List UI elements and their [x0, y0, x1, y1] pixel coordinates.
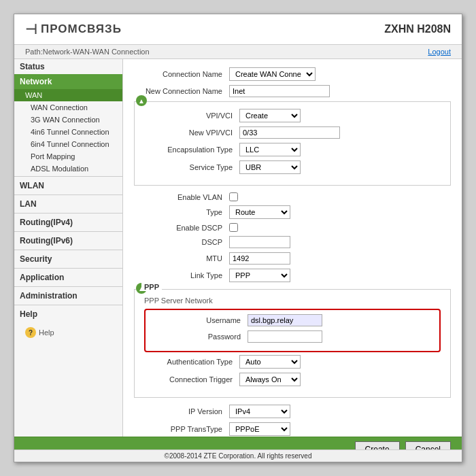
username-row: Username	[152, 314, 432, 326]
vpi-row: VPI/VCI Create	[144, 109, 441, 122]
ppp-trans-label: PPP TransType	[134, 425, 229, 433]
enable-dscp-row: Enable DSCP	[134, 223, 451, 232]
enable-vlan-checkbox[interactable]	[229, 192, 238, 201]
service-label: Service Type	[144, 163, 239, 171]
auth-type-label: Authentication Type	[144, 358, 239, 366]
type-select[interactable]: Route	[229, 205, 290, 219]
mtu-input[interactable]	[229, 252, 290, 265]
password-row: Password	[152, 330, 432, 343]
mtu-row: MTU	[134, 252, 451, 265]
sidebar-item-security[interactable]: Security	[14, 252, 122, 267]
logout-link[interactable]: Logout	[428, 48, 451, 56]
conn-trigger-select[interactable]: Always On	[239, 373, 301, 386]
link-type-row: Link Type PPP	[134, 269, 451, 282]
vpi-collapse-btn[interactable]: ▲	[136, 95, 147, 106]
ip-version-row: IP Version IPv4	[134, 405, 451, 418]
sidebar-item-port-mapping[interactable]: Port Mapping	[14, 150, 122, 163]
link-type-label: Link Type	[134, 271, 229, 279]
password-label: Password	[152, 333, 248, 341]
new-connection-name-row: New Connection Name	[134, 85, 451, 97]
footer-area: Create Cancel ©2008-2014 ZTE Corporation…	[14, 437, 462, 462]
dscp-label: DSCP	[134, 238, 229, 246]
device-name: ZXHN H208N	[384, 23, 451, 35]
help-row[interactable]: ? Help	[20, 324, 117, 341]
enable-vlan-row: Enable VLAN	[134, 192, 451, 201]
sidebar-item-wan[interactable]: WAN	[14, 89, 122, 101]
connection-name-select[interactable]: Create WAN Conne	[229, 67, 316, 81]
type-label: Type	[134, 208, 229, 216]
new-connection-name-label: New Connection Name	[134, 87, 229, 95]
dscp-input[interactable]	[229, 236, 290, 248]
sidebar-item-application[interactable]: Application	[14, 270, 122, 285]
sidebar-item-lan[interactable]: LAN	[14, 197, 122, 211]
breadcrumb: Path:Network-WAN-WAN Connection	[25, 48, 150, 56]
new-vpi-input[interactable]	[239, 126, 340, 139]
enable-dscp-label: Enable DSCP	[134, 224, 229, 232]
sidebar: Status Network WAN WAN Connection 3G WAN…	[14, 59, 123, 437]
logo-text: ПРОМСВЯЗЬ	[41, 22, 122, 36]
nav-bar: Path:Network-WAN-WAN Connection Logout	[14, 45, 462, 59]
mtu-label: MTU	[134, 254, 229, 262]
auth-type-row: Authentication Type Auto	[144, 355, 441, 369]
vpi-select[interactable]: Create	[239, 109, 301, 122]
header: ⊣ ПРОМСВЯЗЬ ZXHN H208N	[14, 14, 462, 45]
username-label: Username	[152, 316, 248, 324]
sidebar-item-routing-ipv4[interactable]: Routing(IPv4)	[14, 215, 122, 230]
ppp-sub-row: PPP Server Network	[144, 296, 441, 305]
encap-label: Encapsulation Type	[144, 146, 239, 154]
conn-trigger-row: Connection Trigger Always On	[144, 373, 441, 386]
help-icon: ?	[25, 327, 36, 338]
new-vpi-label: New VPI/VCI	[144, 129, 239, 137]
ppp-trans-select[interactable]: PPPoE	[229, 422, 290, 436]
sidebar-item-network[interactable]: Network	[14, 74, 122, 89]
service-select[interactable]: UBR	[239, 160, 301, 174]
enable-dscp-checkbox[interactable]	[229, 223, 238, 232]
encap-row: Encapsulation Type LLC	[144, 143, 441, 156]
sidebar-item-6in4[interactable]: 6in4 Tunnel Connection	[14, 138, 122, 150]
sidebar-item-status[interactable]: Status	[14, 59, 122, 74]
vpi-section: ▲ VPI/VCI Create New VPI/VCI Encapsulati…	[134, 101, 451, 186]
credentials-box: Username Password	[144, 309, 441, 352]
main-content: Connection Name Create WAN Conne New Con…	[123, 59, 462, 437]
encap-select[interactable]: LLC	[239, 143, 301, 156]
link-type-select[interactable]: PPP	[229, 269, 290, 282]
dscp-row: DSCP	[134, 236, 451, 248]
ppp-sub-label: PPP Server Network	[144, 296, 213, 305]
password-input[interactable]	[248, 330, 322, 343]
connection-name-label: Connection Name	[134, 70, 229, 78]
connection-name-row: Connection Name Create WAN Conne	[134, 67, 451, 81]
ip-section: IP Version IPv4 PPP TransType PPPoE	[134, 405, 451, 436]
auth-type-select[interactable]: Auto	[239, 355, 301, 369]
ppp-section-label: PPP	[141, 283, 162, 291]
ip-version-select[interactable]: IPv4	[229, 405, 290, 418]
ppp-trans-row: PPP TransType PPPoE	[134, 422, 451, 436]
sidebar-item-wan-connection[interactable]: WAN Connection	[14, 101, 122, 114]
ip-version-label: IP Version	[134, 407, 229, 415]
vpi-label: VPI/VCI	[144, 112, 239, 120]
sidebar-item-administration[interactable]: Administration	[14, 288, 122, 303]
logo-icon: ⊣	[25, 21, 37, 37]
content-area: Status Network WAN WAN Connection 3G WAN…	[14, 59, 462, 437]
vlan-section: Enable VLAN Type Route Enable DSCP DSCP	[134, 192, 451, 282]
sidebar-item-4in6[interactable]: 4in6 Tunnel Connection	[14, 126, 122, 138]
sidebar-item-routing-ipv6[interactable]: Routing(IPv6)	[14, 233, 122, 248]
help-label: Help	[39, 328, 54, 337]
ppp-section: ▲ PPP PPP Server Network Username Passwo…	[134, 289, 451, 398]
new-vpi-row: New VPI/VCI	[144, 126, 441, 139]
logo: ⊣ ПРОМСВЯЗЬ	[25, 21, 122, 37]
sidebar-item-adsl[interactable]: ADSL Modulation	[14, 163, 122, 175]
sidebar-item-help[interactable]: Help	[14, 307, 122, 322]
copyright: ©2008-2014 ZTE Corporation. All rights r…	[14, 449, 462, 462]
sidebar-item-wlan[interactable]: WLAN	[14, 178, 122, 193]
username-input[interactable]	[248, 314, 322, 326]
type-row: Type Route	[134, 205, 451, 219]
enable-vlan-label: Enable VLAN	[134, 193, 229, 201]
sidebar-item-3g-wan[interactable]: 3G WAN Connection	[14, 114, 122, 126]
conn-trigger-label: Connection Trigger	[144, 375, 239, 384]
new-connection-name-input[interactable]	[229, 85, 330, 97]
service-row: Service Type UBR	[144, 160, 441, 174]
